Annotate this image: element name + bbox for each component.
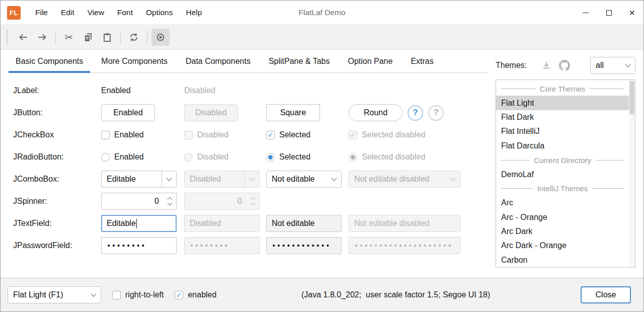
titlebar: FL File Edit View Font Options Help Flat… xyxy=(1,1,643,25)
minimize-button[interactable] xyxy=(574,1,597,25)
jradiobutton-row-label: JRadioButton: xyxy=(13,152,101,162)
minimize-icon xyxy=(583,13,589,13)
tab-splitpane-tabs[interactable]: SplitPane & Tabs xyxy=(262,50,337,72)
radio-selected[interactable]: Selected xyxy=(266,152,349,162)
toolbar-separator xyxy=(120,31,121,44)
statusbar: Flat Light (F1) right-to-left ✓enabled (… xyxy=(1,278,643,311)
menubar: File Edit View Font Options Help xyxy=(29,1,208,25)
checkbox-disabled: Disabled xyxy=(184,130,266,139)
jtextfield-row-label: JTextField: xyxy=(13,219,101,228)
jlabel-row-label: JLabel: xyxy=(13,86,101,95)
checkbox-checked-icon: ✓ xyxy=(266,131,275,139)
main-content: Basic Components More Components Data Co… xyxy=(1,50,643,278)
jcombobox-row-label: JComboBox: xyxy=(13,175,101,184)
theme-item-flat-darcula[interactable]: Flat Darcula xyxy=(496,139,629,153)
theme-item-flat-intellij[interactable]: Flat IntelliJ xyxy=(496,124,629,138)
menu-font[interactable]: Font xyxy=(111,1,139,25)
radio-selected-disabled: Selected disabled xyxy=(349,152,488,162)
passwordfield-enabled[interactable]: •••••••• xyxy=(101,237,177,254)
chevron-down-icon xyxy=(166,175,172,181)
window-controls: × xyxy=(574,1,643,25)
status-text: (Java 1.8.0_202; user scale factor 1.5; … xyxy=(301,290,490,299)
maximize-button[interactable] xyxy=(597,1,620,25)
spinner[interactable]: 0 xyxy=(101,193,177,210)
theme-item-flat-light[interactable]: Flat Light xyxy=(496,96,629,110)
tab-extras[interactable]: Extras xyxy=(404,50,440,72)
theme-item-demolaf[interactable]: DemoLaf xyxy=(496,167,629,181)
themes-list-header: IntelliJ Themes xyxy=(501,182,624,196)
paste-button[interactable] xyxy=(98,29,116,46)
round-button[interactable]: Round xyxy=(349,104,403,121)
enabled-checkbox[interactable]: ✓enabled xyxy=(175,290,216,299)
checkbox-unchecked-icon xyxy=(112,291,121,299)
menu-view[interactable]: View xyxy=(81,1,111,25)
themes-scrollbar[interactable] xyxy=(629,81,634,267)
combobox-not-editable[interactable]: Not editable xyxy=(266,171,342,188)
textfield-disabled: Disabled xyxy=(184,215,260,232)
radio-unselected-disabled-icon xyxy=(184,153,193,162)
square-button[interactable]: Square xyxy=(266,104,320,121)
themes-list-header: Current Directory xyxy=(501,153,624,167)
toolbar-separator xyxy=(55,31,56,44)
checkbox-selected[interactable]: ✓Selected xyxy=(266,130,349,139)
textfield-not-editable-disabled: Not editable disabled xyxy=(349,215,460,232)
close-icon: × xyxy=(629,8,635,18)
menu-help[interactable]: Help xyxy=(179,1,208,25)
toolbar-grip[interactable] xyxy=(7,30,10,44)
scrollbar-thumb[interactable] xyxy=(629,81,634,114)
spinner-disabled: 0 xyxy=(184,193,260,210)
github-link-button[interactable] xyxy=(557,58,572,73)
close-button[interactable]: Close xyxy=(581,286,631,303)
menu-file[interactable]: File xyxy=(29,1,54,25)
cut-icon: ✂ xyxy=(65,31,73,43)
download-icon xyxy=(541,60,551,70)
checkbox-enabled[interactable]: Enabled xyxy=(101,130,184,139)
theme-item-arc-dark-orange[interactable]: Arc Dark - Orange xyxy=(496,239,629,253)
radio-unselected-icon xyxy=(101,153,110,162)
tab-basic-components[interactable]: Basic Components xyxy=(9,50,90,72)
rtl-checkbox[interactable]: right-to-left xyxy=(112,290,164,299)
look-and-feel-combobox[interactable]: Flat Light (F1) xyxy=(8,286,101,303)
chevron-down-icon xyxy=(625,61,630,67)
spinner-arrows[interactable] xyxy=(163,193,176,209)
tab-data-components[interactable]: Data Components xyxy=(179,50,258,72)
theme-item-carbon[interactable]: Carbon xyxy=(496,253,629,267)
chevron-down-icon xyxy=(91,291,96,296)
chevron-down-icon xyxy=(249,175,255,181)
menu-options[interactable]: Options xyxy=(139,1,179,25)
textfield-not-editable: Not editable xyxy=(266,215,342,232)
tab-option-pane[interactable]: Option Pane xyxy=(341,50,399,72)
themes-panel: Themes: all Core Themes Flat Light Flat … xyxy=(496,57,635,268)
theme-item-arc[interactable]: Arc xyxy=(496,196,629,210)
show-toggle-button[interactable] xyxy=(151,29,170,46)
back-button[interactable] xyxy=(14,29,32,46)
copy-icon xyxy=(83,32,93,42)
refresh-button[interactable] xyxy=(125,29,143,46)
paste-icon xyxy=(102,32,112,42)
combobox-editable[interactable]: Editable xyxy=(101,171,177,188)
tab-more-components[interactable]: More Components xyxy=(94,50,175,72)
close-window-button[interactable]: × xyxy=(620,1,643,25)
radio-enabled[interactable]: Enabled xyxy=(101,152,184,162)
download-themes-button[interactable] xyxy=(539,58,554,73)
menu-edit[interactable]: Edit xyxy=(54,1,81,25)
theme-item-arc-orange[interactable]: Arc - Orange xyxy=(496,210,629,224)
theme-item-arc-dark[interactable]: Arc Dark xyxy=(496,224,629,239)
combobox-arrow-button[interactable] xyxy=(162,171,176,187)
copy-button[interactable] xyxy=(79,29,97,46)
jlabel-disabled: Disabled xyxy=(184,86,266,95)
help-button[interactable]: ? xyxy=(408,105,423,121)
jlabel-enabled: Enabled xyxy=(101,86,184,95)
cut-button[interactable]: ✂ xyxy=(60,29,78,46)
theme-item-flat-dark[interactable]: Flat Dark xyxy=(496,110,629,124)
checkbox-unchecked-disabled-icon xyxy=(184,131,193,139)
enabled-button[interactable]: Enabled xyxy=(101,104,155,121)
checkbox-unchecked-icon xyxy=(101,131,110,139)
checkbox-selected-disabled: ✓Selected disabled xyxy=(349,130,488,139)
themes-filter-combobox[interactable]: all xyxy=(590,57,635,74)
textfield-editable[interactable]: Editable xyxy=(101,215,177,232)
forward-button[interactable] xyxy=(33,29,51,46)
combobox-disabled: Disabled xyxy=(184,171,260,188)
radio-selected-icon xyxy=(266,153,275,162)
passwordfield-not-editable-disabled: •••••••••••••••••••• xyxy=(349,237,460,254)
